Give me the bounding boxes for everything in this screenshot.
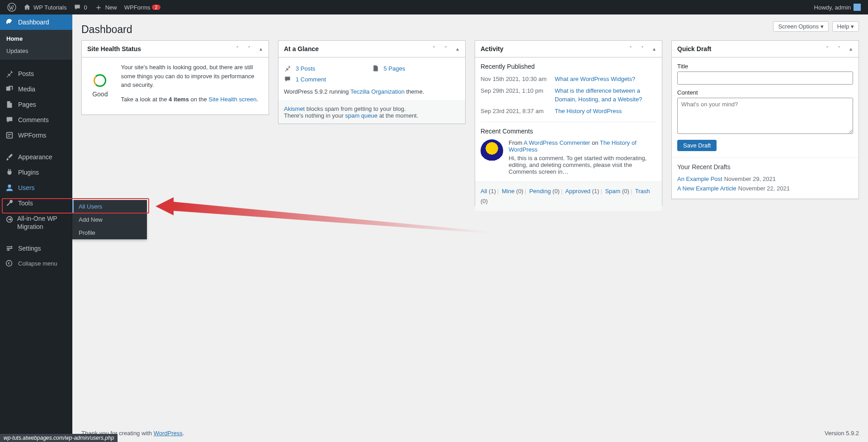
post-link[interactable]: What is the difference between a Domain,… (555, 86, 656, 104)
svg-point-5 (8, 249, 9, 251)
activity-widget: Activity ˄ ˅ ▴ Recently Published Nov 15… (475, 40, 662, 206)
toggle-icon[interactable]: ▴ (845, 42, 857, 56)
submenu-updates[interactable]: Updates (0, 45, 72, 57)
submenu-dashboard: Home Updates (0, 30, 72, 60)
recent-drafts-heading: Your Recent Drafts (677, 163, 853, 171)
svg-point-0 (8, 3, 16, 11)
page-icon (372, 65, 380, 72)
draft-item: A New Example ArticleNovember 22, 2021 (677, 184, 853, 193)
filter-pending[interactable]: Pending (529, 188, 551, 195)
wrench-icon (5, 199, 14, 207)
posts-count-link[interactable]: 3 Posts (296, 65, 315, 72)
at-a-glance-widget: At a Glance ˄ ˅ ▴ 3 Posts 5 Pages (278, 40, 466, 124)
new-content-link[interactable]: ＋ New (91, 0, 121, 14)
admin-bar: WP Tutorials 0 ＋ New WPForms 2 Howdy, ad… (0, 0, 868, 14)
move-up-icon[interactable]: ˄ (428, 42, 440, 56)
browser-status-bar: wp-tut​s.atwebpages.com/wp-admin/users.p… (0, 434, 118, 442)
comment-item: From A WordPress Commenter on The Histor… (481, 139, 656, 175)
menu-settings[interactable]: Settings (0, 241, 72, 256)
filter-approved[interactable]: Approved (565, 188, 590, 195)
admin-footer: Thank you for creating with WordPress. V… (72, 424, 868, 442)
spam-queue-link[interactable]: spam queue (345, 112, 377, 119)
site-name: WP Tutorials (33, 4, 66, 11)
flyout-all-users[interactable]: All Users (72, 200, 147, 213)
migrate-icon (5, 215, 14, 223)
draft-item: An Example PostNovember 29, 2021 (677, 174, 853, 184)
activity-row: Sep 29th 2021, 1:10 pmWhat is the differ… (481, 86, 656, 104)
site-health-widget: Site Health Status ˄ ˅ ▴ Good Y (81, 40, 269, 115)
flyout-add-new[interactable]: Add New (72, 213, 147, 226)
move-down-icon[interactable]: ˅ (440, 42, 452, 56)
filter-mine[interactable]: Mine (502, 188, 514, 195)
home-icon (24, 4, 31, 11)
toggle-icon[interactable]: ▴ (648, 42, 660, 56)
wpforms-link[interactable]: WPForms 2 (121, 0, 164, 14)
move-up-icon[interactable]: ˄ (231, 42, 243, 56)
post-link[interactable]: What are WordPress Widgets? (555, 75, 635, 84)
move-down-icon[interactable]: ˅ (243, 42, 255, 56)
save-draft-button[interactable]: Save Draft (677, 140, 717, 151)
my-account[interactable]: Howdy, admin (811, 0, 864, 14)
plugin-icon (5, 168, 14, 176)
comments-icon (5, 116, 14, 124)
widget-title: Activity (475, 41, 509, 57)
widget-title: Quick Draft (672, 41, 717, 57)
draft-title-input[interactable] (677, 71, 853, 85)
comments-count-link[interactable]: 1 Comment (296, 76, 326, 83)
title-label: Title (677, 63, 853, 70)
post-link[interactable]: The History of WordPress (555, 107, 622, 116)
toggle-icon[interactable]: ▴ (255, 42, 267, 56)
move-up-icon[interactable]: ˄ (821, 42, 833, 56)
annotation-arrow (156, 196, 490, 235)
comment-filters: All (1)| Mine (0)| Pending (0)| Approved… (475, 181, 662, 211)
site-name-link[interactable]: WP Tutorials (20, 0, 70, 14)
wordpress-link[interactable]: WordPress (154, 430, 183, 437)
site-health-link[interactable]: Site Health screen (208, 96, 256, 103)
users-flyout: All Users Add New Profile (72, 200, 147, 239)
menu-media[interactable]: Media (0, 81, 72, 97)
wp-logo[interactable] (4, 0, 20, 14)
menu-dashboard[interactable]: Dashboard (0, 14, 72, 30)
menu-comments[interactable]: Comments (0, 112, 72, 128)
comment-author-link[interactable]: A WordPress Commenter (524, 139, 590, 146)
comments-link[interactable]: 0 (70, 0, 90, 14)
submenu-home[interactable]: Home (0, 33, 72, 45)
theme-link[interactable]: Teczilla Organization (350, 88, 405, 95)
menu-posts[interactable]: Posts (0, 66, 72, 81)
draft-link[interactable]: A New Example Article (677, 185, 736, 192)
health-desc: Your site's health is looking good, but … (121, 63, 263, 90)
menu-plugins[interactable]: Plugins (0, 165, 72, 180)
wp-version: WordPress 5.9.2 running Teczilla Organiz… (284, 88, 460, 95)
menu-users[interactable]: Users (0, 180, 72, 195)
comment-excerpt: Hi, this is a comment. To get started wi… (509, 155, 656, 175)
move-down-icon[interactable]: ˅ (637, 42, 648, 56)
help-button[interactable]: Help ▾ (832, 21, 859, 32)
move-down-icon[interactable]: ˅ (833, 42, 845, 56)
filter-all[interactable]: All (481, 188, 487, 195)
menu-appearance[interactable]: Appearance (0, 149, 72, 165)
main-content: Dashboard Screen Options ▾ Help ▾ Site H… (72, 14, 868, 224)
akismet-link[interactable]: Akismet (284, 105, 305, 112)
move-up-icon[interactable]: ˄ (625, 42, 637, 56)
toggle-icon[interactable]: ▴ (452, 42, 463, 56)
menu-wpforms[interactable]: WPForms (0, 128, 72, 143)
menu-pages[interactable]: Pages (0, 97, 72, 112)
filter-spam[interactable]: Spam (605, 188, 620, 195)
menu-tools[interactable]: Tools (0, 195, 72, 211)
collapse-menu[interactable]: Collapse menu (0, 256, 72, 271)
quick-draft-widget: Quick Draft ˄ ˅ ▴ Title Content (671, 40, 859, 199)
draft-content-input[interactable] (677, 98, 853, 134)
form-icon (5, 131, 14, 139)
svg-marker-7 (156, 197, 174, 215)
svg-point-4 (11, 246, 13, 248)
screen-options-button[interactable]: Screen Options ▾ (773, 21, 828, 32)
pages-count-link[interactable]: 5 Pages (384, 65, 406, 72)
draft-link[interactable]: An Example Post (677, 176, 722, 182)
media-icon (5, 85, 14, 93)
flyout-profile[interactable]: Profile (72, 226, 147, 239)
health-status-label: Good (92, 90, 108, 98)
menu-aio-migration[interactable]: All-in-One WP Migration (0, 211, 72, 234)
page-title: Dashboard (81, 24, 132, 36)
filter-trash[interactable]: Trash (635, 188, 650, 195)
collapse-icon (5, 260, 14, 267)
